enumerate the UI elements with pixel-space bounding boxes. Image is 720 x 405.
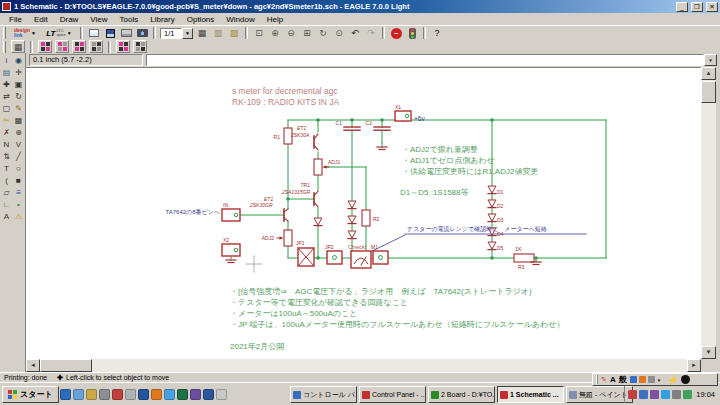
stop-button[interactable]: − xyxy=(389,27,403,40)
run-ulp-button[interactable]: ▥ xyxy=(211,27,225,40)
diode-symbol[interactable] xyxy=(348,201,356,208)
quicklaunch-icon-12[interactable] xyxy=(203,389,214,400)
mirror-tool-icon[interactable]: ⇄ xyxy=(1,91,12,102)
tray-icon-6[interactable] xyxy=(683,390,692,399)
schematic-canvas[interactable]: s meter for decremental agcRK-109 : RADI… xyxy=(26,67,701,359)
titlebar[interactable]: 1 Schematic - D:¥TOOLS¥EAGLE-7.0.0¥good-… xyxy=(0,0,720,13)
traffic-light-button[interactable] xyxy=(405,27,419,40)
sheet-combobox[interactable]: 1/1▼ xyxy=(160,28,193,39)
show-tool-icon[interactable]: ◉ xyxy=(13,55,24,66)
mark-tool-icon[interactable]: ✛ xyxy=(13,67,24,78)
info-tool-icon[interactable]: i xyxy=(1,55,12,66)
grid-button[interactable]: ▦ xyxy=(195,27,209,40)
quicklaunch-icon-6[interactable] xyxy=(125,389,136,400)
delete-tool-icon[interactable]: ✗ xyxy=(1,127,12,138)
paste-tool-icon[interactable]: ▦ xyxy=(13,115,24,126)
net-junction[interactable] xyxy=(286,197,290,201)
command-dropdown-button[interactable]: ▾ xyxy=(704,54,717,66)
quicklaunch-icon-7[interactable] xyxy=(138,389,149,400)
script-button[interactable]: ▨ xyxy=(227,27,241,40)
task-button-2[interactable]: Control Panel - ... xyxy=(359,386,426,403)
langbar-grip[interactable] xyxy=(596,375,598,384)
value-tool-icon[interactable]: V xyxy=(13,139,24,150)
ime-caret-icon[interactable]: ▾ xyxy=(658,377,661,383)
polygon-tool-icon[interactable]: ▱ xyxy=(1,187,12,198)
redo-button[interactable]: ↷ xyxy=(364,27,378,40)
zoom-fit-button[interactable]: ⊡ xyxy=(252,27,266,40)
print-button[interactable] xyxy=(119,27,133,40)
menu-view[interactable]: View xyxy=(84,15,113,24)
potentiometer-symbol[interactable] xyxy=(284,230,292,246)
diode-symbol[interactable] xyxy=(314,218,322,225)
add-part-tool-icon[interactable]: ⊕ xyxy=(13,127,24,138)
quicklaunch-icon-8[interactable] xyxy=(151,389,162,400)
layer-preset-button-4[interactable] xyxy=(89,40,103,53)
ime-mode-han[interactable]: 般 xyxy=(619,374,627,385)
help-button[interactable]: ? xyxy=(430,27,444,40)
ime-option-icons[interactable] xyxy=(630,376,655,383)
zoom-last-button[interactable]: ⊙ xyxy=(332,27,346,40)
quicklaunch-icon-3[interactable] xyxy=(86,389,97,400)
pinswap-tool-icon[interactable]: ⇅ xyxy=(1,151,12,162)
zoom-redraw-button[interactable]: ↻ xyxy=(316,27,330,40)
minimize-button[interactable]: _ xyxy=(676,2,688,12)
zoom-out-button[interactable]: ⊖ xyxy=(284,27,298,40)
quicklaunch-icon-13[interactable] xyxy=(216,389,227,400)
menu-edit[interactable]: Edit xyxy=(28,15,54,24)
scroll-up-button[interactable]: ▲ xyxy=(701,67,716,80)
copy-tool-icon[interactable]: ▣ xyxy=(13,79,24,90)
ime-mode-a[interactable]: A xyxy=(610,375,616,384)
task-button-3[interactable]: 2 Board - D:¥TO... xyxy=(428,386,495,403)
menu-tools[interactable]: Tools xyxy=(114,15,145,24)
net-junction[interactable] xyxy=(490,256,494,260)
diode-symbol[interactable] xyxy=(488,200,496,207)
circle-tool-icon[interactable]: ○ xyxy=(13,163,24,174)
diode-symbol[interactable] xyxy=(348,216,356,223)
quicklaunch-icon-2[interactable] xyxy=(73,389,84,400)
layer-preset-button-6[interactable] xyxy=(133,40,147,53)
tray-icon-3[interactable] xyxy=(650,390,659,399)
text-tool-icon[interactable]: T xyxy=(1,163,12,174)
scroll-right-button[interactable]: ► xyxy=(687,359,701,372)
task-button-5[interactable]: 無題 - ペイント xyxy=(566,386,633,403)
layer-preset-button-5[interactable] xyxy=(116,40,130,53)
tray-icon-4[interactable] xyxy=(661,390,670,399)
close-button[interactable]: ✕ xyxy=(706,2,718,12)
display-layers-icon[interactable]: ▤ xyxy=(1,67,12,78)
scroll-down-button[interactable]: ▼ xyxy=(701,346,716,359)
net-junction[interactable] xyxy=(316,256,320,260)
quicklaunch-icon-11[interactable] xyxy=(190,389,201,400)
net-junction[interactable] xyxy=(350,118,354,122)
horizontal-scroll-thumb[interactable] xyxy=(40,359,92,372)
quicklaunch-icon-5[interactable] xyxy=(112,389,123,400)
tray-icon-5[interactable] xyxy=(672,390,681,399)
save-button[interactable] xyxy=(103,27,117,40)
pad-symbol[interactable] xyxy=(373,251,388,264)
resistor-symbol[interactable] xyxy=(362,210,370,226)
ime-option-icon-2[interactable] xyxy=(639,376,646,383)
tray-icon-2[interactable] xyxy=(639,390,648,399)
task-button-1[interactable]: コントロール パネル xyxy=(290,386,357,403)
menu-draw[interactable]: Draw xyxy=(54,15,85,24)
junction-tool-icon[interactable]: • xyxy=(13,199,24,210)
layer-preset-button-2[interactable] xyxy=(55,40,69,53)
menu-options[interactable]: Options xyxy=(181,15,221,24)
quicklaunch-icon-1[interactable] xyxy=(60,389,71,400)
ltspice-button[interactable]: LTLTCspice▼ xyxy=(42,27,76,40)
arc-tool-icon[interactable]: ( xyxy=(1,175,12,186)
move-tool-icon[interactable]: ✚ xyxy=(1,79,12,90)
tray-icon-1[interactable] xyxy=(628,390,637,399)
diode-symbol[interactable] xyxy=(488,186,496,193)
zoom-in-button[interactable]: ⊕ xyxy=(268,27,282,40)
cut-tool-icon[interactable]: ✂ xyxy=(1,115,12,126)
zoom-select-button[interactable]: ⊞ xyxy=(300,27,314,40)
ime-option-icon-1[interactable] xyxy=(630,376,637,383)
start-button[interactable]: スタート xyxy=(2,386,59,403)
bus-tool-icon[interactable]: ≡ xyxy=(13,187,24,198)
net-junction[interactable] xyxy=(490,118,494,122)
vertical-scrollbar[interactable] xyxy=(701,67,716,359)
scroll-left-button[interactable]: ◄ xyxy=(26,359,40,372)
menu-window[interactable]: Window xyxy=(220,15,260,24)
rect-tool-icon[interactable]: ■ xyxy=(13,175,24,186)
menu-library[interactable]: Library xyxy=(144,15,180,24)
